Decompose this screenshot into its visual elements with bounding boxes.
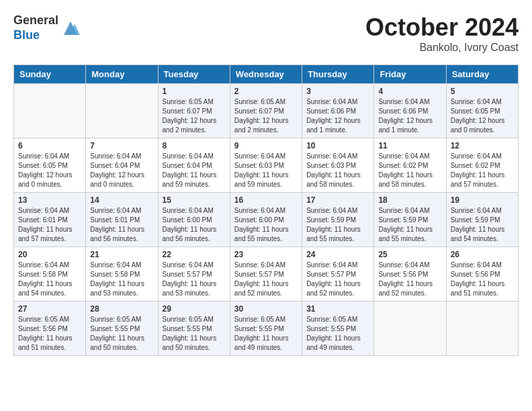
cell-info-text: Sunrise: 6:04 AMSunset: 6:03 PMDaylight:… [306, 152, 369, 189]
calendar-cell: 20Sunrise: 6:04 AMSunset: 5:58 PMDayligh… [14, 247, 86, 302]
calendar-table: SundayMondayTuesdayWednesdayThursdayFrid… [13, 64, 519, 356]
calendar-cell: 12Sunrise: 6:04 AMSunset: 6:02 PMDayligh… [446, 138, 518, 193]
cell-info-text: Sunrise: 6:04 AMSunset: 6:01 PMDaylight:… [18, 206, 81, 244]
cell-date-number: 19 [451, 195, 514, 205]
location-subtitle: Bankolo, Ivory Coast [365, 42, 519, 54]
cell-date-number: 29 [163, 304, 226, 314]
cell-info-text: Sunrise: 6:04 AMSunset: 5:56 PMDaylight:… [451, 261, 514, 298]
calendar-cell: 13Sunrise: 6:04 AMSunset: 6:01 PMDayligh… [14, 193, 86, 247]
cell-date-number: 9 [234, 141, 298, 150]
cell-date-number: 7 [90, 141, 153, 150]
cell-info-text: Sunrise: 6:04 AMSunset: 6:01 PMDaylight:… [90, 206, 153, 244]
cell-date-number: 5 [451, 87, 514, 96]
calendar-week-1: 1Sunrise: 6:05 AMSunset: 6:07 PMDaylight… [14, 84, 519, 138]
calendar-cell: 19Sunrise: 6:04 AMSunset: 5:59 PMDayligh… [446, 193, 518, 247]
cell-info-text: Sunrise: 6:04 AMSunset: 6:04 PMDaylight:… [163, 152, 226, 189]
cell-info-text: Sunrise: 6:04 AMSunset: 6:00 PMDaylight:… [163, 206, 226, 244]
calendar-cell: 9Sunrise: 6:04 AMSunset: 6:03 PMDaylight… [230, 138, 302, 193]
header-thursday: Thursday [302, 65, 374, 84]
cell-info-text: Sunrise: 6:04 AMSunset: 6:06 PMDaylight:… [378, 97, 441, 135]
calendar-cell: 8Sunrise: 6:04 AMSunset: 6:04 PMDaylight… [158, 138, 230, 193]
cell-date-number: 21 [90, 250, 153, 259]
cell-info-text: Sunrise: 6:04 AMSunset: 6:03 PMDaylight:… [234, 152, 298, 189]
cell-info-text: Sunrise: 6:05 AMSunset: 5:55 PMDaylight:… [163, 315, 226, 353]
cell-date-number: 8 [163, 141, 226, 150]
calendar-cell: 1Sunrise: 6:05 AMSunset: 6:07 PMDaylight… [158, 84, 230, 138]
cell-info-text: Sunrise: 6:04 AMSunset: 5:59 PMDaylight:… [378, 206, 441, 244]
logo-icon [61, 19, 80, 38]
cell-date-number: 14 [90, 195, 153, 205]
cell-date-number: 24 [306, 250, 369, 259]
calendar-cell: 14Sunrise: 6:04 AMSunset: 6:01 PMDayligh… [86, 193, 158, 247]
cell-info-text: Sunrise: 6:05 AMSunset: 5:55 PMDaylight:… [306, 315, 369, 353]
cell-date-number: 2 [234, 87, 298, 96]
calendar-week-4: 20Sunrise: 6:04 AMSunset: 5:58 PMDayligh… [14, 247, 519, 302]
logo: General Blue [13, 13, 80, 42]
cell-info-text: Sunrise: 6:04 AMSunset: 5:58 PMDaylight:… [18, 261, 81, 298]
calendar-week-3: 13Sunrise: 6:04 AMSunset: 6:01 PMDayligh… [14, 193, 519, 247]
cell-date-number: 4 [378, 87, 441, 96]
cell-date-number: 18 [378, 195, 441, 205]
cell-info-text: Sunrise: 6:04 AMSunset: 5:57 PMDaylight:… [163, 261, 226, 298]
cell-date-number: 17 [306, 195, 369, 205]
cell-date-number: 6 [18, 141, 81, 150]
header-monday: Monday [86, 65, 158, 84]
calendar-cell: 25Sunrise: 6:04 AMSunset: 5:56 PMDayligh… [374, 247, 446, 302]
calendar-cell [86, 84, 158, 138]
calendar-cell: 6Sunrise: 6:04 AMSunset: 6:05 PMDaylight… [14, 138, 86, 193]
calendar-cell [374, 302, 446, 356]
calendar-cell: 29Sunrise: 6:05 AMSunset: 5:55 PMDayligh… [158, 302, 230, 356]
cell-info-text: Sunrise: 6:04 AMSunset: 6:04 PMDaylight:… [90, 152, 153, 189]
cell-info-text: Sunrise: 6:04 AMSunset: 5:58 PMDaylight:… [90, 261, 153, 298]
cell-date-number: 1 [163, 87, 226, 96]
cell-date-number: 10 [306, 141, 369, 150]
cell-info-text: Sunrise: 6:04 AMSunset: 5:56 PMDaylight:… [378, 261, 441, 298]
cell-date-number: 27 [18, 304, 81, 314]
calendar-cell [446, 302, 518, 356]
calendar-cell: 31Sunrise: 6:05 AMSunset: 5:55 PMDayligh… [302, 302, 374, 356]
cell-info-text: Sunrise: 6:04 AMSunset: 6:02 PMDaylight:… [451, 152, 514, 189]
cell-info-text: Sunrise: 6:04 AMSunset: 6:02 PMDaylight:… [378, 152, 441, 189]
cell-date-number: 31 [306, 304, 369, 314]
cell-info-text: Sunrise: 6:05 AMSunset: 5:55 PMDaylight:… [90, 315, 153, 353]
cell-date-number: 16 [234, 195, 298, 205]
cell-date-number: 13 [18, 195, 81, 205]
cell-info-text: Sunrise: 6:05 AMSunset: 5:56 PMDaylight:… [18, 315, 81, 353]
logo-blue: Blue [13, 28, 58, 43]
calendar-cell: 5Sunrise: 6:04 AMSunset: 6:05 PMDaylight… [446, 84, 518, 138]
cell-date-number: 26 [451, 250, 514, 259]
cell-info-text: Sunrise: 6:04 AMSunset: 6:05 PMDaylight:… [451, 97, 514, 135]
cell-date-number: 3 [306, 87, 369, 96]
calendar-cell: 10Sunrise: 6:04 AMSunset: 6:03 PMDayligh… [302, 138, 374, 193]
calendar-week-2: 6Sunrise: 6:04 AMSunset: 6:05 PMDaylight… [14, 138, 519, 193]
calendar-cell: 30Sunrise: 6:05 AMSunset: 5:55 PMDayligh… [230, 302, 302, 356]
cell-date-number: 30 [234, 304, 298, 314]
calendar-cell: 11Sunrise: 6:04 AMSunset: 6:02 PMDayligh… [374, 138, 446, 193]
cell-date-number: 25 [378, 250, 441, 259]
title-area: October 2024 Bankolo, Ivory Coast [365, 13, 519, 54]
header-friday: Friday [374, 65, 446, 84]
cell-date-number: 11 [378, 141, 441, 150]
calendar-cell: 15Sunrise: 6:04 AMSunset: 6:00 PMDayligh… [158, 193, 230, 247]
cell-date-number: 20 [18, 250, 81, 259]
header-sunday: Sunday [14, 65, 86, 84]
calendar-cell: 7Sunrise: 6:04 AMSunset: 6:04 PMDaylight… [86, 138, 158, 193]
calendar-cell: 21Sunrise: 6:04 AMSunset: 5:58 PMDayligh… [86, 247, 158, 302]
calendar-cell: 18Sunrise: 6:04 AMSunset: 5:59 PMDayligh… [374, 193, 446, 247]
cell-info-text: Sunrise: 6:04 AMSunset: 6:05 PMDaylight:… [18, 152, 81, 189]
logo-text: General Blue [13, 13, 58, 42]
calendar-cell: 17Sunrise: 6:04 AMSunset: 5:59 PMDayligh… [302, 193, 374, 247]
cell-info-text: Sunrise: 6:05 AMSunset: 6:07 PMDaylight:… [163, 97, 226, 135]
calendar-cell: 27Sunrise: 6:05 AMSunset: 5:56 PMDayligh… [14, 302, 86, 356]
cell-date-number: 12 [451, 141, 514, 150]
calendar-cell: 23Sunrise: 6:04 AMSunset: 5:57 PMDayligh… [230, 247, 302, 302]
calendar-cell: 16Sunrise: 6:04 AMSunset: 6:00 PMDayligh… [230, 193, 302, 247]
calendar-cell: 26Sunrise: 6:04 AMSunset: 5:56 PMDayligh… [446, 247, 518, 302]
month-title: October 2024 [365, 13, 519, 42]
cell-date-number: 28 [90, 304, 153, 314]
cell-info-text: Sunrise: 6:04 AMSunset: 5:57 PMDaylight:… [306, 261, 369, 298]
calendar-cell: 22Sunrise: 6:04 AMSunset: 5:57 PMDayligh… [158, 247, 230, 302]
calendar-cell [14, 84, 86, 138]
calendar-cell: 24Sunrise: 6:04 AMSunset: 5:57 PMDayligh… [302, 247, 374, 302]
cell-info-text: Sunrise: 6:05 AMSunset: 5:55 PMDaylight:… [234, 315, 298, 353]
